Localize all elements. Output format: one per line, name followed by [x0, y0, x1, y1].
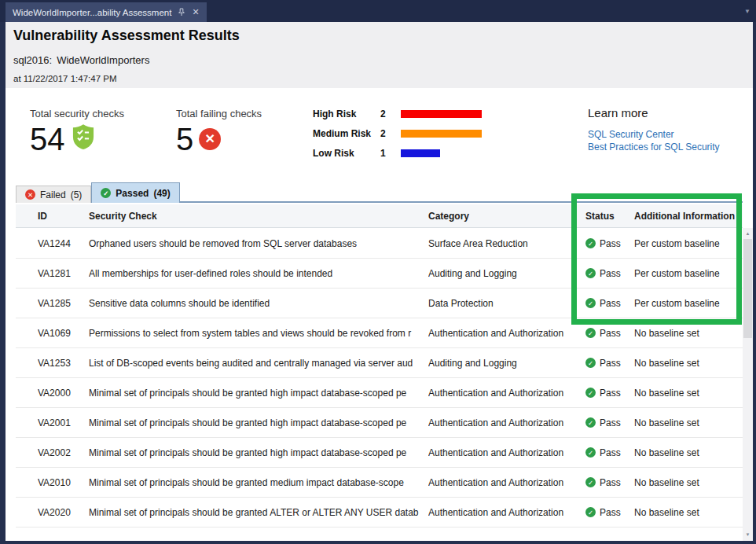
cell-security-check: Minimal set of principals should be gran… — [89, 447, 428, 458]
table-row[interactable]: VA2002 Minimal set of principals should … — [16, 438, 743, 468]
result-tabs: ✕ Failed (5) ✓ Passed (49) — [16, 182, 180, 203]
cell-security-check: Minimal set of principals should be gran… — [89, 477, 428, 488]
table-row[interactable]: VA1244 Orphaned users should be removed … — [16, 229, 743, 259]
cell-security-check: Sensitive data columns should be identif… — [89, 298, 428, 309]
risk-bar — [401, 110, 482, 118]
cell-additional-information: No baseline set — [634, 507, 743, 518]
risk-legend: High Risk 2 Medium Risk 2 Low Risk 1 — [313, 108, 482, 167]
column-header-security-check[interactable]: Security Check — [89, 211, 428, 222]
total-checks-label: Total security checks — [30, 108, 124, 119]
learn-more-links: SQL Security CenterBest Practices for SQ… — [588, 128, 720, 153]
cell-id: VA2000 — [38, 388, 89, 399]
table-row[interactable]: VA1285 Sensitive data columns should be … — [16, 289, 743, 318]
cell-security-check: Minimal set of principals should be gran… — [89, 388, 428, 399]
tab-list-dropdown-icon[interactable]: ▼ — [744, 8, 750, 15]
table-row[interactable]: VA2000 Minimal set of principals should … — [16, 378, 743, 408]
cell-category: Authentication and Authorization — [428, 507, 585, 518]
risk-bar — [401, 149, 440, 157]
cell-id: VA1281 — [38, 268, 89, 279]
pass-circle-icon: ✓ — [585, 238, 596, 248]
cell-category: Authentication and Authorization — [428, 447, 585, 458]
cell-additional-information: No baseline set — [634, 477, 743, 488]
total-checks-value: 54 — [30, 123, 65, 155]
scroll-down-icon[interactable]: ▼ — [743, 529, 753, 539]
cell-id: VA2001 — [38, 417, 89, 428]
status-text: Pass — [600, 388, 621, 399]
column-header-category[interactable]: Category — [428, 211, 585, 222]
close-icon[interactable]: ✕ — [192, 7, 199, 17]
risk-count: 1 — [380, 148, 401, 159]
status-text: Pass — [600, 238, 621, 249]
tab-passed-count: (49) — [153, 188, 170, 199]
status-text: Pass — [600, 447, 621, 458]
cell-additional-information: Per custom baseline — [634, 298, 743, 309]
tab-passed-label: Passed — [116, 188, 149, 199]
tab-passed[interactable]: ✓ Passed (49) — [91, 182, 179, 203]
risk-legend-row: Medium Risk 2 — [313, 128, 482, 138]
cell-status: ✓ Pass — [585, 417, 634, 428]
tab-failed[interactable]: ✕ Failed (5) — [16, 186, 91, 203]
cell-status: ✓ Pass — [585, 238, 634, 249]
pass-circle-icon: ✓ — [585, 268, 596, 278]
risk-legend-row: Low Risk 1 — [313, 148, 482, 157]
cell-category: Authentication and Authorization — [428, 388, 585, 399]
cell-category: Authentication and Authorization — [428, 477, 585, 488]
cell-security-check: Minimal set of principals should be gran… — [89, 507, 428, 518]
status-text: Pass — [600, 358, 621, 369]
status-text: Pass — [600, 298, 621, 309]
column-header-additional-information[interactable]: Additional Information — [634, 211, 743, 222]
results-pane: Vulnerability Assessment Results sql2016… — [6, 22, 753, 541]
failing-checks-label: Total failing checks — [176, 108, 262, 119]
status-text: Pass — [600, 477, 621, 488]
table-row[interactable]: VA2010 Minimal set of principals should … — [16, 468, 743, 498]
table-row[interactable]: VA1281 All memberships for user-defined … — [16, 259, 743, 289]
cell-additional-information: No baseline set — [634, 388, 743, 399]
table-row[interactable]: VA2020 Minimal set of principals should … — [16, 498, 743, 527]
table-header: ID Security Check Category Status Additi… — [16, 204, 743, 228]
page-header: Vulnerability Assessment Results sql2016… — [6, 22, 753, 88]
table-row[interactable]: VA2001 Minimal set of principals should … — [16, 408, 743, 438]
cell-status: ✓ Pass — [585, 358, 634, 369]
cell-category: Authentication and Authorization — [428, 328, 585, 339]
learn-more-link[interactable]: SQL Security Center — [588, 128, 720, 141]
table-row[interactable]: VA1253 List of DB-scoped events being au… — [16, 348, 743, 378]
risk-legend-row: High Risk 2 — [313, 108, 482, 118]
server-database-line: sql2016:WideWorldImporters — [13, 54, 149, 66]
vertical-scrollbar[interactable]: ▲ ▼ — [743, 228, 753, 541]
pin-icon[interactable] — [178, 8, 185, 17]
scrollbar-thumb[interactable] — [743, 239, 752, 338]
cell-id: VA1253 — [38, 358, 89, 369]
cell-category: Auditing and Logging — [428, 358, 585, 369]
status-text: Pass — [600, 417, 621, 428]
pass-circle-icon: ✓ — [585, 507, 596, 517]
page-title: Vulnerability Assessment Results — [13, 28, 240, 44]
tab-failed-count: (5) — [71, 189, 83, 200]
table-body: VA1244 Orphaned users should be removed … — [16, 229, 743, 527]
cell-security-check: All memberships for user-defined roles s… — [89, 268, 428, 279]
cell-additional-information: No baseline set — [634, 358, 743, 369]
server-name: sql2016: — [13, 54, 52, 66]
pass-circle-icon: ✓ — [585, 388, 596, 398]
column-header-id[interactable]: ID — [38, 211, 89, 222]
database-name: WideWorldImporters — [57, 54, 149, 66]
cell-security-check: Minimal set of principals should be gran… — [89, 417, 428, 428]
scroll-up-icon[interactable]: ▲ — [743, 228, 753, 238]
learn-more-link[interactable]: Best Practices for SQL Security — [588, 141, 720, 153]
risk-count: 2 — [380, 128, 401, 139]
risk-bar — [401, 130, 482, 138]
document-tab-bar: WideWorldImporter...ability Assessment ✕… — [0, 0, 756, 22]
pass-circle-icon: ✓ — [585, 447, 596, 458]
pass-circle-icon: ✓ — [585, 298, 596, 308]
table-row[interactable]: VA1069 Permissions to select from system… — [16, 318, 743, 348]
pass-circle-icon: ✓ — [585, 417, 596, 428]
risk-label: High Risk — [313, 108, 380, 119]
cell-id: VA2002 — [38, 447, 89, 458]
cell-status: ✓ Pass — [585, 507, 634, 518]
document-tab[interactable]: WideWorldImporter...ability Assessment ✕ — [6, 2, 207, 22]
cell-id: VA2010 — [38, 477, 89, 488]
cell-category: Surface Area Reduction — [428, 238, 585, 249]
column-header-status[interactable]: Status — [585, 211, 634, 222]
cell-category: Authentication and Authorization — [428, 417, 585, 428]
learn-more-section: Learn more SQL Security CenterBest Pract… — [588, 106, 720, 153]
tab-failed-label: Failed — [40, 189, 66, 200]
